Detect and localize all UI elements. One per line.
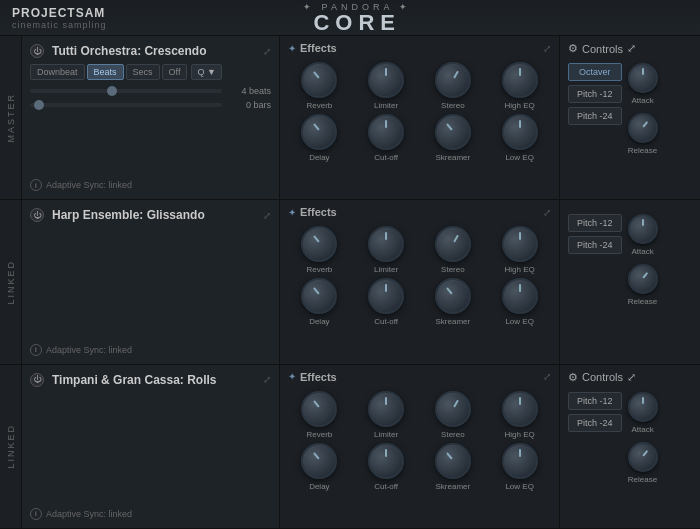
linked2-release-knob-item: Release [628, 442, 658, 484]
master-controls-panel: ⚙ Controls ⤢ Octaver Pitch -12 Pitch -24… [560, 36, 700, 199]
linked2-controls-expand-icon[interactable]: ⤢ [627, 371, 636, 384]
linked2-high-eq-knob[interactable] [502, 391, 538, 427]
linked1-release-knob[interactable] [628, 264, 658, 294]
linked1-high-eq-knob[interactable] [502, 226, 538, 262]
master-attack-knob-item: Attack [628, 63, 658, 105]
effects-expand-icon[interactable]: ⤢ [543, 43, 551, 54]
power-icon: ⏻ [33, 47, 41, 56]
master-power-button[interactable]: ⏻ [30, 44, 44, 58]
master-effects-bot-knobs: Delay Cut-off Skreamer Low EQ [288, 114, 551, 162]
delay-label: Delay [309, 153, 329, 162]
linked2-info-icon[interactable]: i [30, 508, 42, 520]
knob-high-eq: High EQ [488, 62, 551, 110]
linked2-track-panel: ⏻ Timpani & Gran Cassa: Rolls ⤢ i Adapti… [22, 365, 280, 528]
linked1-effects-expand-icon[interactable]: ⤢ [543, 207, 551, 218]
linked1-low-eq-label: Low EQ [505, 317, 533, 326]
pitch-btn-octaver[interactable]: Octaver [568, 63, 622, 81]
effects-label: Effects [300, 42, 337, 54]
linked1-delay-knob[interactable] [301, 278, 337, 314]
linked1-pitch-btn-minus24[interactable]: Pitch -24 [568, 236, 622, 254]
row-linked2: LINKED ⏻ Timpani & Gran Cassa: Rolls ⤢ i… [0, 365, 700, 529]
master-attack-knob[interactable] [628, 63, 658, 93]
linked2-reverb-knob[interactable] [301, 391, 337, 427]
linked2-side-panel: LINKED [0, 365, 22, 528]
knob-skreamer: Skreamer [422, 114, 485, 162]
reverb-knob[interactable] [301, 62, 337, 98]
master-release-label: Release [628, 146, 657, 155]
stereo-knob[interactable] [435, 62, 471, 98]
linked1-pitch-btn-minus12[interactable]: Pitch -12 [568, 214, 622, 232]
cutoff-knob[interactable] [368, 114, 404, 150]
linked1-attack-knob-item: Attack [628, 214, 658, 256]
linked2-attack-label: Attack [631, 425, 653, 434]
sync-btn-downbeat[interactable]: Downbeat [30, 64, 85, 80]
knob-low-eq: Low EQ [488, 114, 551, 162]
linked2-cutoff-knob[interactable] [368, 443, 404, 479]
linked1-pitch-buttons: Pitch -12 Pitch -24 [568, 214, 622, 254]
linked2-pitch-btn-minus12[interactable]: Pitch -12 [568, 392, 622, 410]
linked2-release-knob[interactable] [628, 442, 658, 472]
high-eq-knob[interactable] [502, 62, 538, 98]
linked1-stereo-knob[interactable] [435, 226, 471, 262]
master-slider1-thumb[interactable] [107, 86, 117, 96]
sync-btn-q[interactable]: Q ▼ [191, 64, 221, 80]
linked2-delay-knob[interactable] [301, 443, 337, 479]
master-expand-button[interactable]: ⤢ [263, 46, 271, 57]
linked2-power-button[interactable]: ⏻ [30, 373, 44, 387]
skreamer-knob[interactable] [435, 114, 471, 150]
linked1-limiter-knob[interactable] [368, 226, 404, 262]
linked1-skreamer-label: Skreamer [436, 317, 471, 326]
linked1-power-button[interactable]: ⏻ [30, 208, 44, 222]
linked2-low-eq-knob[interactable] [502, 443, 538, 479]
linked2-attack-knob[interactable] [628, 392, 658, 422]
low-eq-knob[interactable] [502, 114, 538, 150]
linked2-pitch-btn-minus24[interactable]: Pitch -24 [568, 414, 622, 432]
brand-sub: cinematic sampling [12, 20, 107, 30]
linked2-effects-expand-icon[interactable]: ⤢ [543, 371, 551, 382]
pitch-btn-minus24[interactable]: Pitch -24 [568, 107, 622, 125]
sync-btn-off[interactable]: Off [162, 64, 188, 80]
app-header: PROJECTSAM cinematic sampling ✦ PANDORA … [0, 0, 700, 36]
linked2-limiter-knob[interactable] [368, 391, 404, 427]
linked2-high-eq-label: High EQ [505, 430, 535, 439]
linked2-knob-delay: Delay [288, 443, 351, 491]
knob-cutoff: Cut-off [355, 114, 418, 162]
master-slider1[interactable] [30, 89, 222, 93]
linked1-info-icon[interactable]: i [30, 344, 42, 356]
product-logo: ✦ PANDORA ✦ CORE [303, 2, 411, 34]
core-text: CORE [303, 12, 411, 34]
master-slider2[interactable] [30, 103, 222, 107]
linked2-knob-low-eq: Low EQ [488, 443, 551, 491]
high-eq-label: High EQ [505, 101, 535, 110]
power-icon: ⏻ [33, 375, 41, 384]
master-slider2-thumb[interactable] [34, 100, 44, 110]
linked2-reverb-label: Reverb [306, 430, 332, 439]
linked1-knob-high-eq: High EQ [488, 226, 551, 274]
linked1-effects-bot-knobs: Delay Cut-off Skreamer Low EQ [288, 278, 551, 326]
limiter-knob[interactable] [368, 62, 404, 98]
knob-stereo: Stereo [422, 62, 485, 110]
linked1-expand-button[interactable]: ⤢ [263, 210, 271, 221]
master-effects-header: ✦ Effects ⤢ [288, 42, 551, 54]
linked1-effects-label: Effects [300, 206, 337, 218]
sync-btn-secs[interactable]: Secs [126, 64, 160, 80]
delay-knob[interactable] [301, 114, 337, 150]
linked1-attack-knob[interactable] [628, 214, 658, 244]
master-attack-label: Attack [631, 96, 653, 105]
linked1-low-eq-knob[interactable] [502, 278, 538, 314]
info-icon[interactable]: i [30, 179, 42, 191]
controls-expand-icon[interactable]: ⤢ [627, 42, 636, 55]
master-controls-header: ⚙ Controls ⤢ [568, 42, 692, 55]
linked2-stereo-knob[interactable] [435, 391, 471, 427]
linked1-skreamer-knob[interactable] [435, 278, 471, 314]
master-release-knob[interactable] [628, 113, 658, 143]
linked1-cutoff-knob[interactable] [368, 278, 404, 314]
linked2-expand-button[interactable]: ⤢ [263, 374, 271, 385]
linked1-reverb-knob[interactable] [301, 226, 337, 262]
sync-btn-beats[interactable]: Beats [87, 64, 124, 80]
reverb-label: Reverb [306, 101, 332, 110]
pitch-btn-minus12[interactable]: Pitch -12 [568, 85, 622, 103]
linked2-skreamer-knob[interactable] [435, 443, 471, 479]
linked1-effects-panel: ✦ Effects ⤢ Reverb Limiter Stereo [280, 200, 560, 363]
cutoff-label: Cut-off [374, 153, 398, 162]
